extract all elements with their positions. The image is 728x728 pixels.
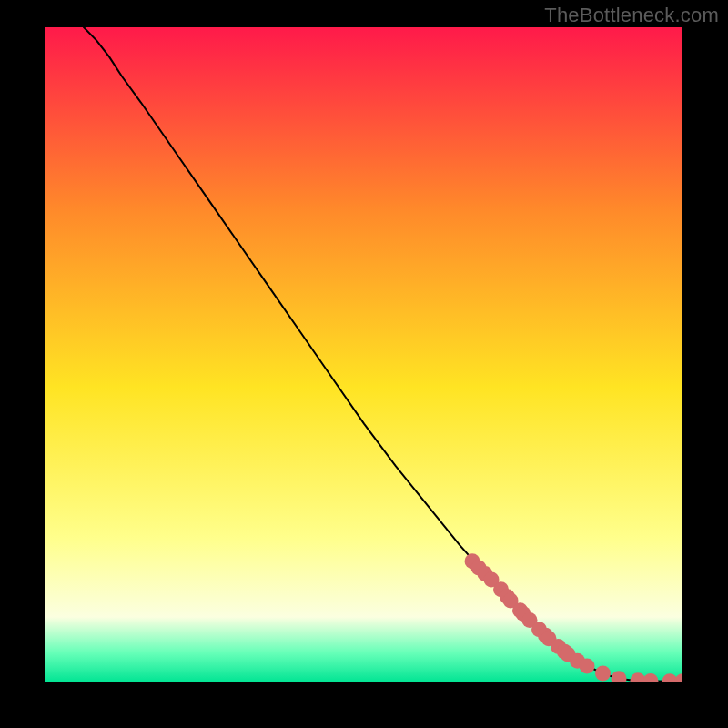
chart-frame: TheBottleneck.com (0, 0, 728, 728)
data-marker (580, 659, 595, 674)
gradient-background (46, 27, 682, 682)
watermark-text: TheBottleneck.com (544, 4, 719, 27)
plot-area (46, 27, 682, 682)
chart-svg (46, 27, 682, 682)
data-marker (595, 665, 611, 681)
